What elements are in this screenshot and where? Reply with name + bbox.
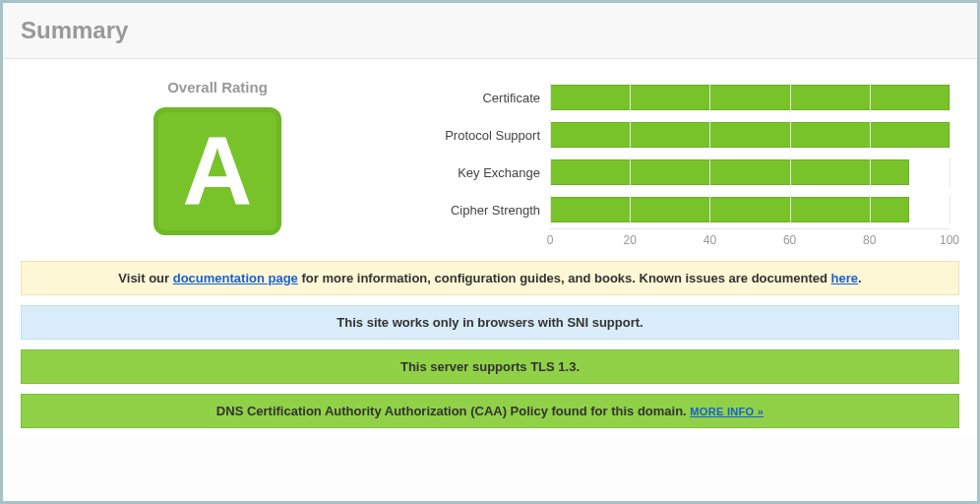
chart-track (550, 85, 949, 110)
chart-track (550, 197, 949, 222)
chart-tick-label: 20 (624, 233, 637, 247)
documentation-link[interactable]: documentation page (173, 271, 298, 285)
panel-body: Overall Rating A CertificateProtocol Sup… (3, 59, 977, 436)
chart-tick-label: 60 (783, 233, 796, 247)
notice-text: DNS Certification Authority Authorizatio… (216, 404, 690, 418)
chart-bar-label: Cipher Strength (414, 203, 550, 218)
rating-label: Overall Rating (21, 79, 414, 95)
chart-row: Certificate (414, 79, 949, 116)
chart-axis: 020406080100 (550, 229, 949, 251)
chart-tick-label: 40 (704, 233, 716, 247)
chart-bar (550, 85, 949, 110)
chart-bar (550, 197, 909, 222)
rating-row: Overall Rating A CertificateProtocol Sup… (21, 73, 959, 251)
known-issues-link[interactable]: here (831, 271, 858, 285)
notice-sni: This site works only in browsers with SN… (21, 305, 959, 340)
notice-text: for more information, configuration guid… (298, 271, 831, 285)
notice-text: . (858, 271, 862, 285)
panel-header: Summary (3, 3, 977, 59)
chart-tick-label: 80 (863, 233, 876, 247)
chart-track (550, 159, 949, 185)
chart-tick-label: 0 (547, 233, 554, 247)
score-chart: CertificateProtocol SupportKey ExchangeC… (414, 79, 949, 251)
summary-panel: Summary Overall Rating A CertificateProt… (0, 0, 980, 504)
chart-bar-label: Certificate (414, 91, 550, 105)
notice-text: This site works only in browsers with SN… (337, 315, 643, 330)
chart-row: Cipher Strength (414, 191, 949, 228)
chart-column: CertificateProtocol SupportKey ExchangeC… (414, 73, 959, 251)
rating-column: Overall Rating A (21, 73, 414, 235)
caa-more-info-link[interactable]: MORE INFO » (690, 406, 764, 417)
grade-badge: A (153, 107, 281, 235)
notice-text: Visit our (118, 271, 172, 285)
chart-bar-label: Key Exchange (414, 165, 550, 180)
chart-bar (550, 159, 909, 185)
chart-row: Protocol Support (414, 116, 949, 154)
notice-caa: DNS Certification Authority Authorizatio… (21, 394, 959, 428)
notice-documentation: Visit our documentation page for more in… (21, 261, 959, 295)
notice-tls: This server supports TLS 1.3. (21, 349, 959, 384)
chart-tick-label: 100 (940, 233, 959, 247)
chart-track (550, 122, 949, 148)
chart-row: Key Exchange (414, 154, 949, 191)
chart-bar-label: Protocol Support (414, 128, 550, 143)
panel-title: Summary (21, 17, 959, 44)
chart-bar (550, 122, 949, 148)
notice-text: This server supports TLS 1.3. (400, 359, 580, 374)
